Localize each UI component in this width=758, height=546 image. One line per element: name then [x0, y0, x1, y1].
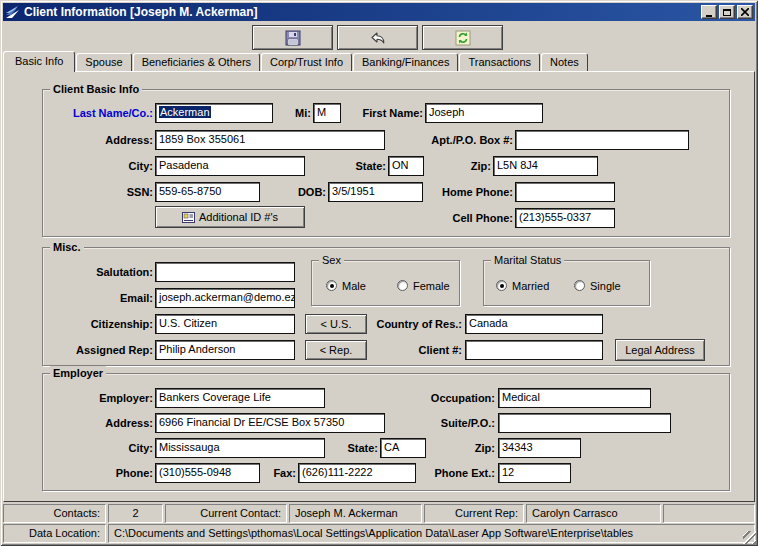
tab-banking-finances[interactable]: Banking/Finances	[353, 53, 458, 71]
ssn-field[interactable]: 559-65-8750	[155, 182, 260, 202]
city-field[interactable]: Pasadena	[155, 156, 305, 176]
marital-married-label: Married	[512, 280, 549, 292]
additional-id-button[interactable]: Additional ID #'s	[155, 206, 305, 228]
dob-field[interactable]: 3/5/1951	[328, 182, 423, 202]
title-bar[interactable]: Client Information [Joseph M. Ackerman]	[3, 3, 755, 21]
assigned-rep-label: Assigned Rep:	[45, 340, 153, 360]
close-icon	[741, 8, 749, 16]
marital-single-label: Single	[590, 280, 621, 292]
zip-label: Zip:	[441, 156, 491, 176]
salutation-label: Salutation:	[45, 262, 153, 282]
employer-state-field[interactable]: CA	[380, 438, 426, 458]
sex-female-label: Female	[413, 280, 450, 292]
tab-beneficiaries-others[interactable]: Beneficiaries & Others	[133, 53, 260, 71]
occupation-label: Occupation:	[405, 388, 495, 408]
mi-label: Mi:	[281, 103, 311, 123]
refresh-arrows-icon	[455, 30, 471, 46]
dob-label: DOB:	[286, 182, 326, 202]
status-empty-panel	[663, 504, 755, 523]
occupation-field[interactable]: Medical	[498, 388, 651, 408]
employer-zip-label: Zip:	[435, 438, 495, 458]
save-button[interactable]	[252, 25, 333, 50]
apt-po-box-label: Apt./P.O. Box #:	[413, 130, 513, 150]
last-name-field[interactable]: Ackerman	[155, 103, 273, 123]
minimize-icon	[706, 15, 712, 17]
cell-phone-field[interactable]: (213)555-0337	[515, 208, 615, 228]
us-citizen-button[interactable]: < U.S.	[305, 314, 367, 334]
window-controls	[699, 5, 753, 19]
zip-field[interactable]: L5N 8J4	[493, 156, 598, 176]
employer-address-field[interactable]: 6966 Financial Dr EE/CSE Box 57350	[155, 413, 385, 433]
citizenship-field[interactable]: U.S. Citizen	[155, 314, 295, 334]
tab-strip: Basic Info Spouse Beneficiaries & Others…	[3, 51, 589, 71]
phone-ext-label: Phone Ext.:	[405, 463, 495, 483]
marital-status-legend: Marital Status	[491, 253, 564, 267]
marital-single-radio[interactable]: Single	[574, 279, 621, 292]
tab-basic-info[interactable]: Basic Info	[3, 51, 75, 72]
assigned-rep-field[interactable]: Philip Anderson	[155, 340, 295, 360]
minimize-button[interactable]	[701, 5, 717, 19]
employer-legend: Employer	[50, 366, 106, 380]
last-name-value: Ackerman	[159, 106, 211, 118]
radio-unselected-icon	[397, 280, 408, 291]
state-field[interactable]: ON	[388, 156, 424, 176]
app-logo-icon	[5, 5, 21, 20]
employer-group: Employer Employer: Bankers Coverage Life…	[42, 373, 730, 491]
cell-phone-label: Cell Phone:	[423, 208, 513, 228]
employer-zip-field[interactable]: 34343	[498, 438, 581, 458]
window-title: Client Information [Joseph M. Ackerman]	[24, 5, 699, 19]
sex-male-label: Male	[342, 280, 366, 292]
suite-po-label: Suite/P.O.:	[405, 413, 495, 433]
data-location-value: C:\Documents and Settings\pthomas\Local …	[108, 524, 755, 543]
phone-ext-field[interactable]: 12	[498, 463, 571, 483]
email-label: Email:	[45, 288, 153, 308]
maximize-button[interactable]	[719, 5, 735, 19]
fax-label: Fax:	[256, 463, 296, 483]
sex-legend: Sex	[319, 253, 344, 267]
data-location-label: Data Location:	[3, 524, 106, 543]
employer-label: Employer:	[45, 388, 153, 408]
sex-male-radio[interactable]: Male	[326, 279, 366, 292]
client-basic-info-group: Client Basic Info Last Name/Co.: Ackerma…	[42, 89, 730, 237]
address-field[interactable]: 1859 Box 355061	[155, 130, 385, 150]
client-number-field[interactable]	[465, 340, 603, 360]
undo-arrow-icon	[369, 30, 387, 46]
marital-status-group: Marital Status Married Single	[483, 260, 650, 306]
home-phone-field[interactable]	[515, 182, 615, 202]
country-of-res-field[interactable]: Canada	[465, 314, 603, 334]
additional-id-button-label: Additional ID #'s	[199, 211, 278, 223]
first-name-field[interactable]: Joseph	[425, 103, 543, 123]
current-contact-value: Joseph M. Ackerman	[289, 504, 422, 523]
contacts-label: Contacts:	[3, 504, 106, 523]
sex-group: Sex Male Female	[311, 260, 460, 306]
mi-field[interactable]: M	[313, 103, 341, 123]
undo-button[interactable]	[337, 25, 418, 50]
sex-female-radio[interactable]: Female	[397, 279, 450, 292]
tab-transactions[interactable]: Transactions	[459, 53, 540, 71]
misc-legend: Misc.	[50, 240, 84, 254]
tab-spouse[interactable]: Spouse	[76, 53, 131, 71]
close-button[interactable]	[737, 5, 753, 19]
employer-field[interactable]: Bankers Coverage Life	[155, 388, 325, 408]
client-information-window: Client Information [Joseph M. Ackerman]	[0, 0, 758, 546]
city-label: City:	[45, 156, 153, 176]
email-field[interactable]: joseph.ackerman@demo.ez-i	[155, 288, 295, 308]
radio-unselected-icon	[574, 280, 585, 291]
employer-address-label: Address:	[45, 413, 153, 433]
refresh-button[interactable]	[422, 25, 503, 50]
country-of-res-label: Country of Res.:	[362, 314, 462, 334]
legal-address-button[interactable]: Legal Address	[615, 339, 705, 361]
fax-field[interactable]: (626)111-2222	[298, 463, 416, 483]
resize-grip[interactable]	[743, 531, 756, 544]
apt-po-box-field[interactable]	[515, 130, 689, 150]
employer-city-field[interactable]: Mississauga	[155, 438, 325, 458]
rep-button[interactable]: < Rep.	[305, 340, 367, 360]
employer-phone-label: Phone:	[45, 463, 153, 483]
employer-city-label: City:	[45, 438, 153, 458]
marital-married-radio[interactable]: Married	[496, 279, 549, 292]
employer-phone-field[interactable]: (310)555-0948	[155, 463, 260, 483]
tab-corp-trust-info[interactable]: Corp/Trust Info	[261, 53, 352, 71]
salutation-field[interactable]	[155, 262, 295, 282]
tab-notes[interactable]: Notes	[541, 53, 588, 71]
suite-po-field[interactable]	[498, 413, 671, 433]
